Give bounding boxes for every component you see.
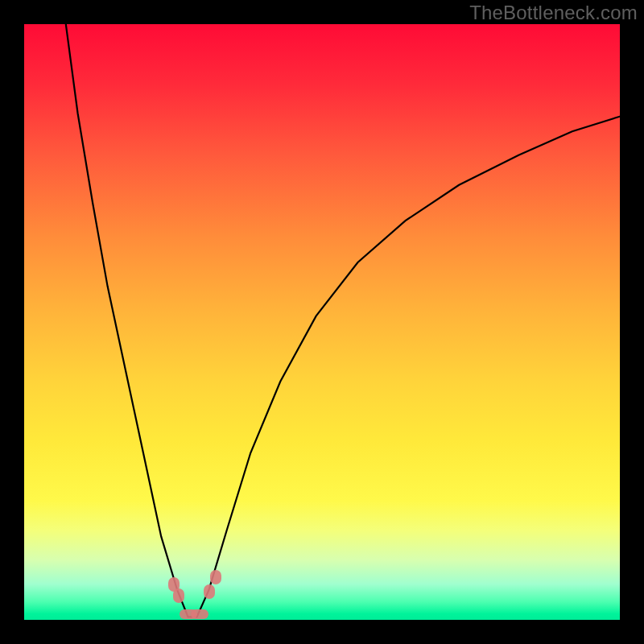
curve-marker [191,609,208,619]
bottleneck-curve [66,24,620,617]
chart-frame: TheBottleneck.com [0,0,644,644]
curve-svg [24,24,620,620]
plot-area [24,24,620,620]
curve-marker [204,584,215,599]
curve-marker [210,570,221,584]
curve-marker [173,588,184,603]
watermark-text: TheBottleneck.com [469,2,638,24]
